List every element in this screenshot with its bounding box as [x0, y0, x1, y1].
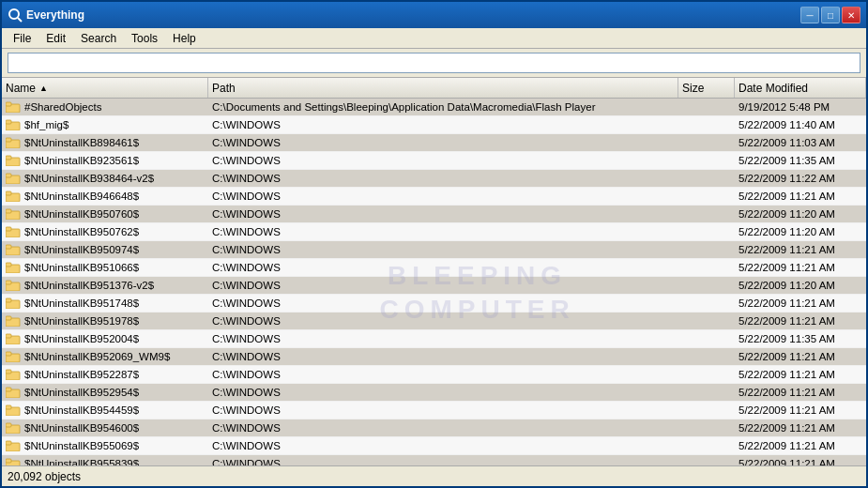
cell-date: 5/22/2009 11:20 AM [735, 280, 866, 291]
svg-rect-3 [6, 102, 11, 106]
cell-date: 5/22/2009 11:35 AM [735, 155, 866, 166]
cell-path: C:\WINDOWS [208, 191, 678, 202]
cell-date: 5/22/2009 11:21 AM [735, 315, 866, 327]
cell-path: C:\WINDOWS [208, 297, 678, 309]
table-row[interactable]: $NtUninstallKB950760$ C:\WINDOWS 5/22/20… [2, 206, 866, 223]
table-row[interactable]: $NtUninstallKB954600$ C:\WINDOWS 5/22/20… [2, 419, 866, 437]
search-input[interactable] [8, 53, 860, 73]
cell-name: $hf_mig$ [2, 119, 208, 130]
cell-path: C:\WINDOWS [208, 315, 678, 327]
cell-name: $NtUninstallKB938464-v2$ [2, 173, 208, 184]
cell-name: $NtUninstallKB951978$ [2, 315, 208, 327]
menu-item-file[interactable]: File [6, 30, 38, 47]
table-row[interactable]: $NtUninstallKB898461$ C:\WINDOWS 5/22/20… [2, 134, 866, 152]
cell-date: 5/22/2009 11:21 AM [735, 422, 866, 434]
cell-date: 5/22/2009 11:21 AM [735, 191, 866, 202]
folder-icon [6, 173, 21, 184]
cell-path: C:\WINDOWS [208, 226, 678, 237]
folder-icon [6, 244, 21, 255]
table-row[interactable]: $NtUninstallKB954459$ C:\WINDOWS 5/22/20… [2, 402, 866, 419]
cell-name: $NtUninstallKB952287$ [2, 369, 208, 380]
svg-rect-35 [6, 388, 11, 391]
app-window: Everything ─ □ ✕ FileEditSearchToolsHelp… [0, 0, 868, 488]
status-text: 20,092 objects [8, 470, 81, 483]
menu-item-edit[interactable]: Edit [38, 30, 73, 47]
cell-name: $NtUninstallKB951376-v2$ [2, 280, 208, 291]
table-row[interactable]: $NtUninstallKB951978$ C:\WINDOWS 5/22/20… [2, 313, 866, 330]
cell-date: 5/22/2009 11:21 AM [735, 244, 866, 255]
col-header-name[interactable]: Name ▲ [2, 78, 208, 98]
cell-name: $NtUninstallKB923561$ [2, 155, 208, 166]
folder-icon [6, 155, 21, 166]
folder-icon [6, 351, 21, 362]
table-row[interactable]: $NtUninstallKB923561$ C:\WINDOWS 5/22/20… [2, 152, 866, 170]
cell-date: 5/22/2009 11:21 AM [735, 262, 866, 273]
cell-name: $NtUninstallKB946648$ [2, 191, 208, 202]
menu-item-search[interactable]: Search [73, 30, 124, 47]
menu-item-tools[interactable]: Tools [124, 30, 165, 47]
cell-name: $NtUninstallKB952954$ [2, 387, 208, 398]
cell-name: $NtUninstallKB950760$ [2, 208, 208, 220]
table-row[interactable]: #SharedObjects C:\Documents and Settings… [2, 99, 866, 116]
cell-date: 5/22/2009 11:21 AM [735, 440, 866, 451]
folder-icon [6, 226, 21, 237]
cell-path: C:\WINDOWS [208, 155, 678, 166]
cell-date: 5/22/2009 11:21 AM [735, 369, 866, 380]
file-list-container[interactable]: BLEEPING COMPUTER #SharedObjects C:\Docu… [2, 99, 866, 486]
table-row[interactable]: $NtUninstallKB951066$ C:\WINDOWS 5/22/20… [2, 259, 866, 277]
close-button[interactable]: ✕ [842, 7, 860, 23]
cell-date: 5/22/2009 11:03 AM [735, 137, 866, 148]
table-row[interactable]: $NtUninstallKB952004$ C:\WINDOWS 5/22/20… [2, 330, 866, 348]
folder-icon [6, 101, 21, 113]
table-row[interactable]: $hf_mig$ C:\WINDOWS 5/22/2009 11:40 AM [2, 116, 866, 134]
table-row[interactable]: $NtUninstallKB951376-v2$ C:\WINDOWS 5/22… [2, 277, 866, 295]
svg-rect-39 [6, 423, 11, 427]
cell-path: C:\WINDOWS [208, 137, 678, 148]
cell-name: $NtUninstallKB951066$ [2, 262, 208, 273]
col-header-size[interactable]: Size [678, 78, 735, 98]
table-row[interactable]: $NtUninstallKB952287$ C:\WINDOWS 5/22/20… [2, 366, 866, 384]
cell-date: 5/22/2009 11:21 AM [735, 351, 866, 362]
folder-icon [6, 315, 21, 327]
cell-path: C:\WINDOWS [208, 369, 678, 380]
sort-arrow-icon: ▲ [39, 84, 48, 93]
svg-line-1 [18, 18, 22, 22]
folder-icon [6, 387, 21, 398]
folder-icon [6, 297, 21, 309]
table-row[interactable]: $NtUninstallKB946648$ C:\WINDOWS 5/22/20… [2, 188, 866, 206]
cell-date: 5/22/2009 11:21 AM [735, 387, 866, 398]
table-row[interactable]: $NtUninstallKB955069$ C:\WINDOWS 5/22/20… [2, 437, 866, 455]
titlebar: Everything ─ □ ✕ [2, 2, 866, 28]
menu-item-help[interactable]: Help [165, 30, 204, 47]
cell-path: C:\WINDOWS [208, 173, 678, 184]
cell-name: $NtUninstallKB954459$ [2, 404, 208, 416]
col-header-path[interactable]: Path [208, 78, 678, 98]
statusbar: 20,092 objects [2, 465, 866, 486]
folder-icon [6, 280, 21, 291]
cell-path: C:\WINDOWS [208, 244, 678, 255]
table-row[interactable]: $NtUninstallKB952954$ C:\WINDOWS 5/22/20… [2, 384, 866, 402]
folder-icon [6, 333, 21, 344]
file-list: #SharedObjects C:\Documents and Settings… [2, 99, 866, 486]
svg-rect-19 [6, 245, 11, 249]
col-header-date[interactable]: Date Modified [735, 78, 866, 98]
folder-icon [6, 404, 21, 416]
minimize-button[interactable]: ─ [800, 7, 819, 23]
folder-icon [6, 262, 21, 273]
table-row[interactable]: $NtUninstallKB950762$ C:\WINDOWS 5/22/20… [2, 223, 866, 241]
maximize-button[interactable]: □ [821, 7, 840, 23]
cell-path: C:\WINDOWS [208, 440, 678, 451]
table-row[interactable]: $NtUninstallKB950974$ C:\WINDOWS 5/22/20… [2, 241, 866, 259]
table-row[interactable]: $NtUninstallKB938464-v2$ C:\WINDOWS 5/22… [2, 170, 866, 188]
cell-name: $NtUninstallKB898461$ [2, 137, 208, 148]
cell-name: #SharedObjects [2, 101, 208, 113]
app-icon [8, 8, 23, 23]
cell-date: 5/22/2009 11:21 AM [735, 404, 866, 416]
search-bar [2, 49, 866, 78]
table-row[interactable]: $NtUninstallKB952069_WM9$ C:\WINDOWS 5/2… [2, 348, 866, 366]
cell-path: C:\WINDOWS [208, 262, 678, 273]
column-headers: Name ▲ Path Size Date Modified [2, 78, 866, 99]
cell-path: C:\WINDOWS [208, 351, 678, 362]
table-row[interactable]: $NtUninstallKB951748$ C:\WINDOWS 5/22/20… [2, 295, 866, 313]
folder-icon [6, 422, 21, 434]
